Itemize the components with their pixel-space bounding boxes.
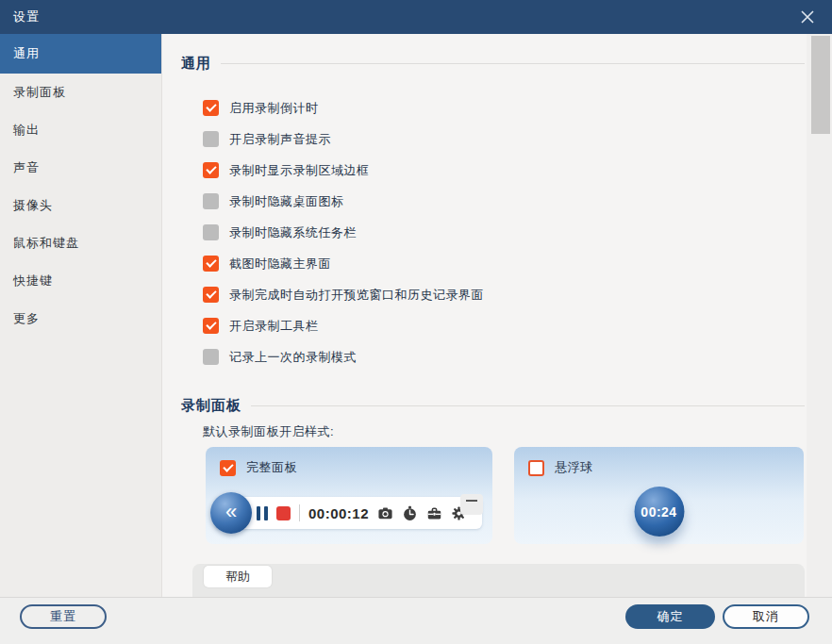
checkbox-hide-taskbar[interactable]: 录制时隐藏系统任务栏 xyxy=(203,217,794,248)
general-checkbox-list: 启用录制倒计时 开启录制声音提示 录制时显示录制区域边框 录制时隐藏桌面图标 录… xyxy=(203,92,794,372)
recording-toolbar-preview: 00:00:12 xyxy=(215,497,482,529)
checkbox-unchecked[interactable] xyxy=(203,131,219,147)
sidebar-item-more[interactable]: 更多 xyxy=(0,300,161,338)
sidebar-item-label: 通用 xyxy=(13,45,40,62)
general-section-header: 通用 xyxy=(181,55,805,73)
checkbox-sound-prompt[interactable]: 开启录制声音提示 xyxy=(203,124,794,155)
sidebar-item-record-panel[interactable]: 录制面板 xyxy=(0,74,161,111)
full-panel-option[interactable]: 完整面板 « 00:00:12 xyxy=(206,447,492,544)
cancel-button[interactable]: 取消 xyxy=(723,604,809,629)
titlebar: 设置 xyxy=(0,0,832,34)
timer-icon[interactable] xyxy=(402,505,418,521)
close-icon xyxy=(799,8,816,25)
sidebar-item-general[interactable]: 通用 xyxy=(0,34,161,74)
sidebar: 通用 录制面板 输出 声音 摄像头 鼠标和键盘 快捷键 更多 xyxy=(0,34,162,597)
float-ball-option[interactable]: 悬浮球 00:24 xyxy=(514,447,804,544)
checkbox-label: 录制时隐藏系统任务栏 xyxy=(229,224,357,241)
checkbox-checked[interactable] xyxy=(203,162,219,178)
footer: 重置 确定 取消 xyxy=(0,597,832,644)
checkbox-remember-last-mode[interactable]: 记录上一次的录制模式 xyxy=(203,341,794,372)
checkbox-label: 记录上一次的录制模式 xyxy=(229,349,357,366)
collapse-panel-button[interactable]: « xyxy=(210,492,252,534)
reset-button[interactable]: 重置 xyxy=(20,604,107,629)
cancel-button-label: 取消 xyxy=(753,608,779,625)
float-ball-timer: 00:24 xyxy=(641,504,676,520)
checkbox-label: 录制完成时自动打开预览窗口和历史记录界面 xyxy=(229,287,484,304)
stop-icon[interactable] xyxy=(276,506,291,520)
sidebar-item-label: 鼠标和键盘 xyxy=(13,235,79,252)
chevron-double-left-icon: « xyxy=(225,502,237,522)
checkbox-checked[interactable] xyxy=(203,256,219,272)
checkbox-enable-record-toolbar[interactable]: 开启录制工具栏 xyxy=(203,310,794,341)
checkbox-label: 开启录制声音提示 xyxy=(229,131,331,148)
scrollbar-thumb[interactable] xyxy=(811,36,830,134)
sidebar-item-label: 录制面板 xyxy=(13,84,66,101)
sidebar-item-mouse-keyboard[interactable]: 鼠标和键盘 xyxy=(0,224,161,262)
section-divider xyxy=(251,405,805,406)
sidebar-item-camera[interactable]: 摄像头 xyxy=(0,187,161,224)
checkbox-label: 录制时隐藏桌面图标 xyxy=(229,193,344,210)
full-panel-label: 完整面板 xyxy=(246,459,297,476)
checkbox-checked[interactable] xyxy=(203,318,219,334)
help-section-bar: 帮助 xyxy=(192,564,805,597)
toolbar-divider xyxy=(299,504,300,521)
panel-style-label: 默认录制面板开启样式: xyxy=(203,423,334,440)
checkbox-label: 开启录制工具栏 xyxy=(229,318,319,335)
float-ball-preview[interactable]: 00:24 xyxy=(634,487,684,537)
checkbox-unchecked[interactable] xyxy=(203,193,219,209)
toolbox-icon[interactable] xyxy=(426,505,442,521)
checkbox-checked[interactable] xyxy=(203,100,219,116)
general-section-title: 通用 xyxy=(181,55,211,73)
float-ball-label: 悬浮球 xyxy=(555,459,593,476)
checkbox-checked[interactable] xyxy=(220,460,236,476)
checkbox-unchecked[interactable] xyxy=(528,460,544,476)
sidebar-item-label: 快捷键 xyxy=(13,272,53,289)
section-divider xyxy=(221,63,805,64)
camera-icon[interactable] xyxy=(377,505,393,521)
checkbox-enable-countdown[interactable]: 启用录制倒计时 xyxy=(203,92,794,124)
checkbox-open-preview-after-record[interactable]: 录制完成时自动打开预览窗口和历史记录界面 xyxy=(203,279,794,310)
settings-content: 通用 启用录制倒计时 开启录制声音提示 录制时显示录制区域边框 录制时隐藏桌面图… xyxy=(163,34,832,597)
settings-window: 设置 通用 录制面板 输出 声音 摄像头 鼠标和键盘 快捷键 更多 通用 启用录… xyxy=(0,0,832,644)
sidebar-item-sound[interactable]: 声音 xyxy=(0,149,161,187)
window-title: 设置 xyxy=(0,8,40,25)
checkbox-checked[interactable] xyxy=(203,287,219,303)
sidebar-item-hotkeys[interactable]: 快捷键 xyxy=(0,262,161,300)
checkbox-unchecked[interactable] xyxy=(203,349,219,365)
panel-section-title: 录制面板 xyxy=(181,397,241,415)
ok-button[interactable]: 确定 xyxy=(625,604,715,629)
sidebar-item-label: 声音 xyxy=(13,159,40,176)
sidebar-item-output[interactable]: 输出 xyxy=(0,111,161,149)
sidebar-item-label: 输出 xyxy=(13,122,40,139)
checkbox-label: 截图时隐藏主界面 xyxy=(229,256,331,272)
sidebar-item-label: 更多 xyxy=(13,310,40,327)
checkbox-label: 启用录制倒计时 xyxy=(229,100,319,117)
checkbox-hide-desktop-icons[interactable]: 录制时隐藏桌面图标 xyxy=(203,186,794,217)
minimize-icon xyxy=(466,500,477,502)
scrollbar-track[interactable] xyxy=(807,34,832,597)
checkbox-hide-main-ui-screenshot[interactable]: 截图时隐藏主界面 xyxy=(203,248,794,279)
ok-button-label: 确定 xyxy=(657,608,684,625)
checkbox-unchecked[interactable] xyxy=(203,224,219,240)
recording-timer: 00:00:12 xyxy=(308,505,369,521)
reset-button-label: 重置 xyxy=(50,608,76,625)
checkbox-label: 录制时显示录制区域边框 xyxy=(229,162,370,179)
checkbox-show-region-border[interactable]: 录制时显示录制区域边框 xyxy=(203,155,794,186)
sidebar-item-label: 摄像头 xyxy=(13,197,53,214)
full-panel-checkbox-row[interactable]: 完整面板 xyxy=(220,459,297,476)
close-button[interactable] xyxy=(789,0,826,34)
minimize-toolbar-button[interactable] xyxy=(460,494,483,515)
help-label: 帮助 xyxy=(225,569,250,586)
help-button[interactable]: 帮助 xyxy=(204,566,272,587)
float-ball-checkbox-row[interactable]: 悬浮球 xyxy=(528,459,593,476)
panel-section-header: 录制面板 xyxy=(181,397,805,415)
pause-icon[interactable] xyxy=(257,506,268,520)
